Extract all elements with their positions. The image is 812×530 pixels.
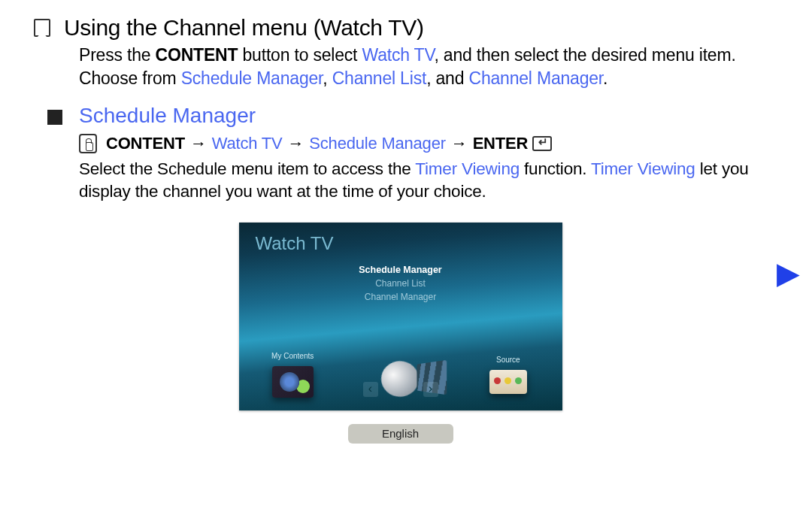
chevron-right-icon: › [423,382,438,397]
tv-thumb-source [489,370,527,394]
tv-menu-item-channel-manager: Channel Manager [239,292,562,302]
touch-icon [79,134,97,153]
page-title: Using the Channel menu (Watch TV) [64,15,424,41]
tv-label-mycontents: My Contents [271,352,314,360]
tv-label-source: Source [496,356,520,364]
tv-menu-item-channel-list: Channel List [239,278,562,289]
intro-paragraph: Press the CONTENT button to select Watch… [79,44,767,90]
chevron-left-icon: ‹ [363,382,378,397]
satellite-dish-icon [377,356,423,401]
navigation-path: CONTENT → Watch TV → Schedule Manager → … [79,134,767,153]
tv-screen-title: Watch TV [256,233,334,254]
language-indicator: English [348,424,453,444]
section-title: Schedule Manager [79,104,256,128]
body-paragraph: Select the Schedule menu item to access … [79,158,767,204]
next-page-button[interactable]: ▶ [777,256,800,290]
tv-thumb-contents [272,366,314,398]
enter-icon [532,136,552,151]
bookmark-icon [34,19,50,37]
tv-screenshot: Watch TV Schedule Manager Channel List C… [239,223,562,410]
tv-menu-item-schedule: Schedule Manager [239,265,562,275]
tv-menu-list: Schedule Manager Channel List Channel Ma… [239,262,562,305]
section-bullet-icon [47,110,62,125]
